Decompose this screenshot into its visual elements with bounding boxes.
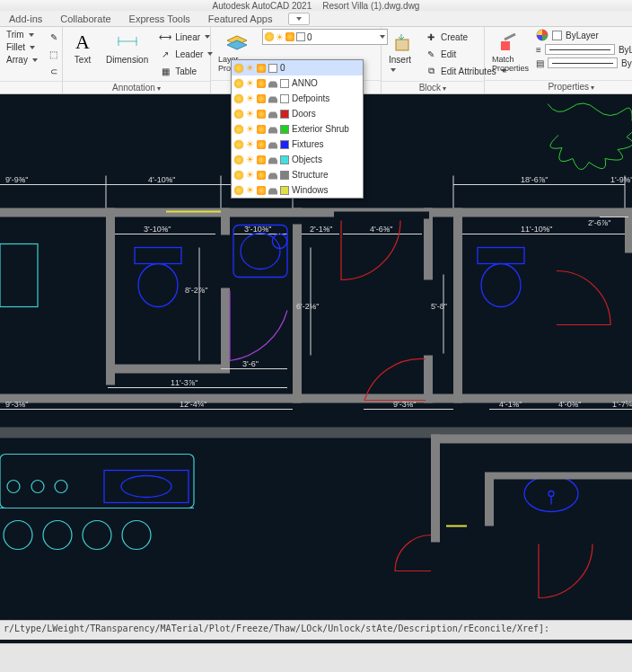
lock-icon[interactable]	[257, 94, 266, 103]
text-icon: A	[70, 31, 95, 54]
match-properties-button[interactable]: Match Properties	[488, 29, 532, 75]
plot-icon[interactable]	[268, 79, 277, 88]
dimension-button[interactable]: Dimension	[102, 29, 152, 66]
bylayer-linetype-row[interactable]: ▤ByLayer	[536, 57, 632, 68]
fillet-button[interactable]: Fillet	[4, 41, 40, 53]
svg-rect-4	[501, 41, 510, 50]
bulb-icon[interactable]	[234, 155, 243, 164]
layer-item-anno[interactable]: ☀ANNO	[232, 75, 363, 91]
color-swatch[interactable]	[280, 155, 289, 164]
sink-1	[233, 225, 287, 278]
ribbon: Trim Fillet Array ✎ ⬚ ⊂ A Text Dimension	[0, 27, 632, 94]
toilet-1	[135, 248, 181, 307]
lock-icon[interactable]	[257, 155, 266, 164]
lock-icon[interactable]	[257, 186, 266, 195]
text-button[interactable]: A Text	[66, 29, 99, 66]
lock-icon[interactable]	[257, 79, 266, 88]
freeze-icon[interactable]: ☀	[246, 155, 254, 164]
bulb-icon[interactable]	[234, 125, 243, 134]
tab-collaborate[interactable]: Collaborate	[51, 12, 119, 26]
linear-button[interactable]: ⟷Linear	[155, 29, 215, 45]
bylayer-lineweight-row[interactable]: ≡ByLayer	[536, 44, 632, 55]
plot-icon[interactable]	[268, 186, 277, 195]
color-swatch[interactable]	[280, 79, 289, 88]
svg-text:9'-9⅜": 9'-9⅜"	[5, 175, 28, 184]
layer-item-fixtures[interactable]: ☀Fixtures	[232, 137, 363, 152]
lock-icon[interactable]	[257, 64, 266, 73]
plot-icon[interactable]	[268, 125, 277, 134]
trim-button[interactable]: Trim	[4, 29, 40, 40]
lav-sink	[524, 476, 578, 512]
freeze-icon[interactable]: ☀	[246, 78, 254, 88]
modify-tool3[interactable]: ⊂	[44, 63, 64, 79]
layer-item-doors[interactable]: ☀Doors	[232, 106, 363, 121]
color-swatch[interactable]	[280, 110, 289, 119]
bulb-icon[interactable]	[234, 79, 243, 88]
freeze-icon[interactable]: ☀	[246, 124, 254, 134]
layer-item-structure[interactable]: ☀Structure	[232, 167, 363, 182]
bylayer-color-row[interactable]: ByLayer	[536, 29, 632, 41]
color-swatch[interactable]	[268, 64, 277, 73]
table-button[interactable]: ▦Table	[155, 63, 215, 79]
tab-featured-apps[interactable]: Featured Apps	[199, 12, 282, 26]
svg-rect-16	[108, 365, 221, 374]
layer-item-defpoints[interactable]: ☀Defpoints	[232, 91, 363, 106]
svg-rect-13	[424, 356, 433, 403]
svg-point-90	[122, 521, 151, 550]
insert-button[interactable]: Insert	[385, 29, 417, 76]
tab-overflow-button[interactable]	[288, 13, 310, 25]
layer-item-0[interactable]: ☀0	[232, 60, 363, 75]
freeze-icon[interactable]: ☀	[246, 93, 254, 103]
exterior-shrub	[548, 103, 632, 170]
modify-tool1[interactable]: ✎	[44, 29, 64, 45]
bulb-icon[interactable]	[234, 171, 243, 180]
plot-icon[interactable]	[268, 155, 277, 164]
freeze-icon[interactable]: ☀	[246, 63, 254, 73]
tab-express-tools[interactable]: Express Tools	[120, 12, 199, 26]
layer-name-label: Doors	[292, 109, 316, 119]
freeze-icon[interactable]: ☀	[246, 185, 254, 195]
properties-panel-title[interactable]: Properties	[548, 82, 594, 92]
bulb-icon[interactable]	[234, 186, 243, 195]
bulb-icon[interactable]	[234, 140, 243, 149]
bulb-icon[interactable]	[234, 94, 243, 103]
tab-addins[interactable]: Add-ins	[0, 12, 51, 26]
color-swatch[interactable]	[280, 94, 289, 103]
stools	[4, 521, 151, 550]
leader-button[interactable]: ↗Leader	[155, 46, 215, 62]
color-swatch[interactable]	[280, 125, 289, 134]
block-panel-title[interactable]: Block	[419, 83, 447, 93]
svg-text:12'-4¼": 12'-4¼"	[180, 400, 206, 409]
lock-icon[interactable]	[257, 110, 266, 119]
layer-dropdown[interactable]: ☀ 0	[262, 29, 388, 45]
layer-name-label: Exterior Shrub	[292, 124, 349, 134]
freeze-icon[interactable]: ☀	[246, 139, 254, 149]
freeze-icon[interactable]: ☀	[246, 170, 254, 180]
array-button[interactable]: Array	[4, 54, 40, 66]
svg-text:4'-1⅜": 4'-1⅜"	[499, 400, 522, 409]
layer-item-exterior-shrub[interactable]: ☀Exterior Shrub	[232, 121, 363, 137]
freeze-icon[interactable]: ☀	[246, 109, 254, 119]
modify-tool2[interactable]: ⬚	[44, 46, 64, 62]
svg-point-72	[138, 264, 178, 307]
plot-icon[interactable]	[268, 94, 277, 103]
bulb-icon[interactable]	[234, 64, 243, 73]
annotation-panel-title[interactable]: Annotation	[112, 83, 161, 93]
lock-icon[interactable]	[257, 171, 266, 180]
svg-rect-75	[478, 248, 524, 264]
counter-outline	[0, 455, 194, 508]
command-line[interactable]: r/Ltype/LWeight/TRansparency/MATerial/Pl…	[0, 620, 632, 640]
sink-counter	[104, 471, 189, 503]
bulb-icon[interactable]	[234, 110, 243, 119]
color-swatch[interactable]	[280, 186, 289, 195]
color-swatch[interactable]	[280, 171, 289, 180]
layer-item-objects[interactable]: ☀Objects	[232, 152, 363, 167]
layer-item-windows[interactable]: ☀Windows	[232, 182, 363, 198]
plot-icon[interactable]	[268, 171, 277, 180]
color-swatch[interactable]	[280, 140, 289, 149]
lock-icon[interactable]	[257, 125, 266, 134]
lock-icon[interactable]	[257, 140, 266, 149]
plot-icon[interactable]	[268, 140, 277, 149]
layer-name-label: Fixtures	[292, 139, 324, 149]
plot-icon[interactable]	[268, 110, 277, 119]
